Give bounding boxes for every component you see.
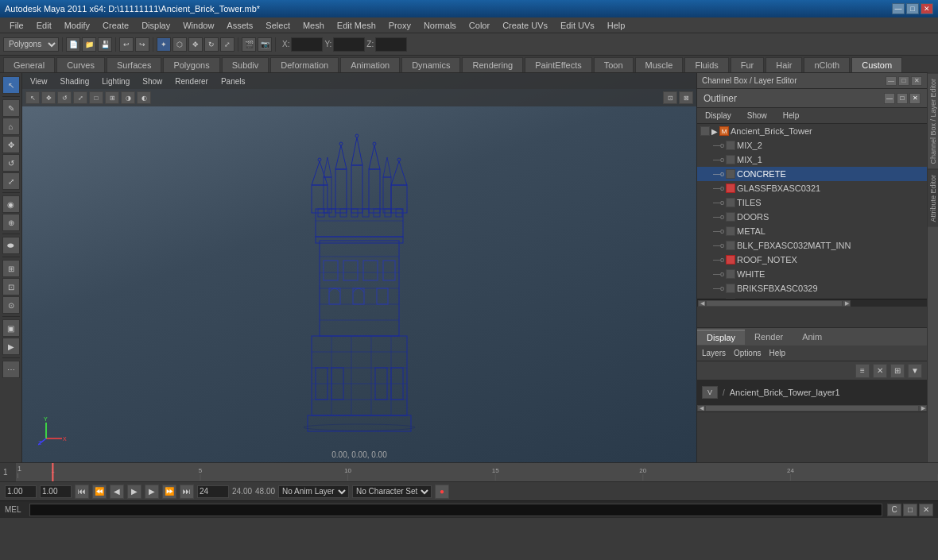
layer-item-1[interactable]: V / Ancient_Brick_Tower_layer1 <box>697 384 927 401</box>
auto-key-btn[interactable]: ● <box>435 485 449 499</box>
tb-cam-btn[interactable]: 📷 <box>258 37 272 52</box>
menu-edit-uvs[interactable]: Edit UVs <box>554 19 601 32</box>
show-manip-btn[interactable]: ⊕ <box>2 214 20 231</box>
outliner-item-briks25[interactable]: —o BRIKSFBXASC0325 <box>697 295 927 299</box>
le-delete-btn[interactable]: ✕ <box>873 364 887 378</box>
vt-rotate-btn[interactable]: ↺ <box>57 91 72 104</box>
menu-normals[interactable]: Normals <box>417 19 463 32</box>
playblast-btn[interactable]: ▶ <box>2 338 20 355</box>
prev-key-btn[interactable]: ⏪ <box>92 485 107 499</box>
tab-painteffects[interactable]: PaintEffects <box>525 57 592 72</box>
outliner-h-scrollbar[interactable]: ◀ ▶ <box>697 299 927 307</box>
root-checkbox[interactable] <box>700 126 710 136</box>
le-tab-display[interactable]: Display <box>697 330 745 345</box>
connection-editor-btn[interactable]: ⋯ <box>2 361 20 378</box>
outliner-item-roof[interactable]: —o ROOF_NOTEX <box>697 253 927 267</box>
next-frame-btn[interactable]: ▶ <box>145 485 159 499</box>
outliner-scroll-right[interactable]: ▶ <box>843 300 851 307</box>
outliner-scroll-thumb[interactable] <box>706 300 843 307</box>
tb-scale-btn[interactable]: ⤢ <box>220 37 234 52</box>
tab-animation[interactable]: Animation <box>340 57 400 72</box>
current-frame-input[interactable] <box>5 485 37 498</box>
sculpt-tool-btn[interactable]: ⌂ <box>2 118 20 135</box>
outliner-menu-help[interactable]: Help <box>780 110 803 121</box>
close-button[interactable]: ✕ <box>921 3 933 14</box>
menu-modify[interactable]: Modify <box>58 19 96 32</box>
outliner-item-white[interactable]: —o WHITE <box>697 267 927 281</box>
cb-float-btn[interactable]: □ <box>898 76 909 86</box>
tb-undo-btn[interactable]: ↩ <box>119 37 134 52</box>
char-set-select[interactable]: No Character Set <box>352 485 432 498</box>
cb-minimize-btn[interactable]: — <box>886 76 897 86</box>
vt-wire-btn[interactable]: ⊞ <box>105 91 119 104</box>
scale-tool-btn[interactable]: ⤢ <box>2 172 20 190</box>
lasso-btn[interactable]: ⬬ <box>2 237 20 254</box>
menu-create[interactable]: Create <box>96 19 135 32</box>
rotate-tool-btn[interactable]: ↺ <box>2 154 20 172</box>
tab-polygons[interactable]: Polygons <box>163 57 219 72</box>
le-scrollbar[interactable]: ◀ ▶ <box>697 404 927 412</box>
tab-muscle[interactable]: Muscle <box>635 57 684 72</box>
tb-lasso-btn[interactable]: ⬡ <box>172 37 187 52</box>
select-tool-btn[interactable]: ↖ <box>2 76 20 94</box>
le-tab-anim[interactable]: Anim <box>793 330 831 344</box>
outliner-close-btn[interactable]: ✕ <box>909 93 921 104</box>
le-menu-help[interactable]: Help <box>769 349 785 357</box>
le-scroll-thumb[interactable] <box>705 405 919 411</box>
le-attr-btn[interactable]: ⊞ <box>890 364 905 378</box>
viewport-menu-shading[interactable]: Shading <box>56 76 95 87</box>
tab-deformation[interactable]: Deformation <box>270 57 339 72</box>
script-editor-icon[interactable]: C <box>887 504 901 516</box>
y-input[interactable] <box>333 37 365 52</box>
soft-mod-btn[interactable]: ◉ <box>2 195 20 213</box>
outliner-maximize-btn[interactable]: □ <box>897 93 908 104</box>
play-start-btn[interactable]: ⏮ <box>75 485 89 499</box>
menu-help[interactable]: Help <box>601 19 632 32</box>
tb-rotate-btn[interactable]: ↻ <box>204 37 219 52</box>
tab-curves[interactable]: Curves <box>56 57 105 72</box>
outliner-minimize-btn[interactable]: — <box>884 93 895 104</box>
outliner-item-tiles[interactable]: —o TILES <box>697 195 927 210</box>
tab-toon[interactable]: Toon <box>594 57 634 72</box>
tab-dynamics[interactable]: Dynamics <box>401 57 460 72</box>
render-view-btn[interactable]: ▣ <box>2 319 20 337</box>
outliner-item-glass[interactable]: —o GLASSFBXASC0321 <box>697 181 927 195</box>
vt-scale-btn[interactable]: ⤢ <box>73 91 87 104</box>
outliner-item-blk[interactable]: —o BLK_FBXASC032MATT_INN <box>697 238 927 253</box>
vt-select-btn[interactable]: ↖ <box>25 91 40 104</box>
channel-box-tab[interactable]: Channel Box / Layer Editor <box>928 73 938 169</box>
play-btn[interactable]: ▶ <box>127 485 141 499</box>
vt-cam-btn[interactable]: □ <box>89 91 103 104</box>
menu-select[interactable]: Select <box>259 19 297 32</box>
mel-input[interactable] <box>29 504 882 516</box>
anim-profile-select[interactable]: No Anim Layer <box>278 485 349 498</box>
tab-surfaces[interactable]: Surfaces <box>107 57 161 72</box>
frame-range-end-input[interactable] <box>197 485 229 498</box>
move-tool-btn[interactable]: ✥ <box>2 136 20 153</box>
le-menu-layers[interactable]: Layers <box>702 349 726 357</box>
menu-mesh[interactable]: Mesh <box>297 19 331 32</box>
snap-curve-btn[interactable]: ⊡ <box>2 278 20 295</box>
frame-start-input[interactable] <box>40 485 72 498</box>
outliner-item-metal[interactable]: —o METAL <box>697 224 927 238</box>
next-key-btn[interactable]: ⏩ <box>162 485 176 499</box>
tab-custom[interactable]: Custom <box>851 57 902 72</box>
viewport-menu-view[interactable]: View <box>25 76 52 87</box>
vt-grid-btn[interactable]: ⊠ <box>679 91 693 104</box>
le-scroll-right[interactable]: ▶ <box>919 405 927 411</box>
outliner-menu-show[interactable]: Show <box>744 110 770 121</box>
vt-textured-btn[interactable]: ◐ <box>137 91 151 104</box>
viewport[interactable]: View Shading Lighting Show Renderer Pane… <box>22 73 696 462</box>
vt-move-btn[interactable]: ✥ <box>41 91 56 104</box>
le-new-layer-btn[interactable]: ≡ <box>855 364 870 378</box>
snap-point-btn[interactable]: ⊙ <box>2 296 20 314</box>
minimize-button[interactable]: — <box>892 3 905 14</box>
menu-assets[interactable]: Assets <box>220 19 259 32</box>
panel-btn-2[interactable]: ✕ <box>919 504 933 516</box>
snap-grid-btn[interactable]: ⊞ <box>2 260 20 277</box>
outliner-scroll-left[interactable]: ◀ <box>698 300 706 307</box>
vt-shaded-btn[interactable]: ◑ <box>121 91 135 104</box>
menu-create-uvs[interactable]: Create UVs <box>496 19 554 32</box>
outliner-item-mix1[interactable]: —o MIX_1 <box>697 153 927 167</box>
viewport-menu-show[interactable]: Show <box>138 76 167 87</box>
